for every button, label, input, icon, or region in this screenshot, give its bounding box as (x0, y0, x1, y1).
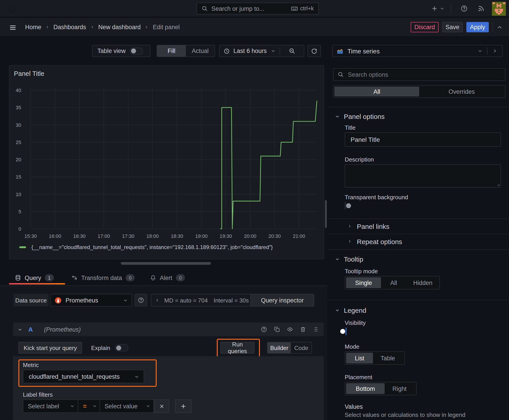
legend-placement-bottom[interactable]: Bottom (346, 383, 385, 394)
description-textarea[interactable] (345, 164, 501, 188)
query-help-icon[interactable] (261, 326, 267, 332)
zoom-out-button[interactable] (280, 45, 304, 57)
active-tab-underline (9, 283, 65, 285)
y-tick-label: 5 (18, 209, 21, 215)
search-options-input[interactable]: Search options (333, 68, 505, 81)
run-queries-button[interactable]: Run queries (220, 342, 255, 354)
discard-button[interactable]: Discard (411, 22, 439, 32)
panel-title-input[interactable]: Panel Title (345, 132, 501, 147)
tooltip-mode-hidden[interactable]: Hidden (406, 277, 440, 288)
chevron-down-icon (440, 6, 444, 11)
panel-title[interactable]: Panel Title (14, 70, 44, 77)
refresh-button[interactable] (307, 45, 321, 57)
section-panel-links[interactable]: Panel links (347, 222, 389, 230)
discard-label: Discard (414, 24, 435, 30)
breadcrumb-home[interactable]: Home (25, 24, 41, 30)
hamburger-menu-icon[interactable] (9, 24, 17, 31)
chevron-right-icon (45, 25, 49, 29)
duplicate-query-icon[interactable] (274, 326, 280, 332)
table-view-toggle[interactable] (130, 47, 143, 54)
time-range-picker[interactable]: Last 6 hours (233, 48, 267, 54)
drag-handle-icon[interactable] (313, 326, 319, 332)
datasource-picker[interactable]: Prometheus (50, 294, 132, 307)
actual-label: Actual (192, 48, 208, 54)
chevron-right-icon (347, 224, 352, 228)
breadcrumb-new-dashboard[interactable]: New dashboard (98, 24, 141, 30)
transparent-background-toggle[interactable] (345, 202, 346, 210)
section-panel-options[interactable]: Panel options (335, 112, 385, 120)
actual-option[interactable]: Actual (186, 45, 214, 57)
section-repeat-options[interactable]: Repeat options (347, 237, 402, 246)
time-range-group: Last 6 hours (219, 45, 304, 57)
divider (328, 234, 509, 234)
visualization-picker[interactable]: Time series (332, 45, 503, 57)
query-inspector-button[interactable]: Query inspector (251, 294, 314, 307)
legend-placement-right[interactable]: Right (385, 383, 414, 394)
panel-resize-handle[interactable] (121, 262, 211, 265)
transform-icon (71, 275, 78, 281)
tab-all[interactable]: All (334, 87, 419, 97)
builder-code-switch: Builder Code (267, 342, 312, 354)
grafana-edit-panel-page: Search or jump to... ctrl+k Home Dashboa… (0, 0, 509, 420)
apply-button[interactable]: Apply (466, 22, 489, 32)
tab-transform-data[interactable]: Transform data 0 (71, 272, 135, 284)
metric-select[interactable]: cloudflared_tunnel_total_requests (23, 370, 144, 383)
global-search-input[interactable]: Search or jump to... ctrl+k (197, 3, 319, 14)
x-tick-label: 15:30 (24, 233, 37, 239)
code-option[interactable]: Code (291, 342, 311, 353)
tab-overrides-label: Overrides (448, 88, 475, 95)
query-row-header[interactable]: A (Prometheus) (13, 323, 324, 336)
main-scrollbar[interactable] (325, 200, 327, 228)
kick-start-query-button[interactable]: Kick start your query (18, 342, 82, 354)
tab-overrides[interactable]: Overrides (419, 87, 504, 97)
breadcrumb: Home Dashboards New dashboard Edit panel (25, 18, 180, 36)
fill-option[interactable]: Fill (157, 45, 186, 57)
delete-query-icon[interactable] (300, 326, 306, 332)
tooltip-mode-single[interactable]: Single (346, 277, 381, 288)
time-series-viz-icon (337, 48, 343, 54)
help-button[interactable] (461, 5, 468, 12)
chevron-right-icon (145, 25, 149, 29)
x-tick-label: 17:30 (122, 233, 134, 239)
datasource-help-button[interactable] (135, 294, 147, 307)
explain-toggle[interactable] (115, 344, 128, 351)
panel-links-title: Panel links (357, 222, 389, 230)
tab-all-label: All (373, 88, 380, 95)
section-legend[interactable]: Legend (335, 306, 366, 314)
add-menu-button[interactable] (431, 5, 444, 12)
builder-option[interactable]: Builder (267, 342, 291, 353)
grafana-logo-icon[interactable] (6, 3, 17, 14)
add-filter-button[interactable] (175, 399, 192, 413)
select-value-dropdown[interactable]: Select value (100, 399, 154, 413)
avatar[interactable] (492, 2, 506, 16)
legend-title: Legend (344, 306, 366, 314)
divider (328, 249, 509, 250)
news-feed-button[interactable] (478, 5, 485, 12)
legend-visibility-toggle[interactable] (346, 328, 347, 335)
select-label-dropdown[interactable]: Select label (23, 399, 78, 413)
remove-filter-button[interactable] (154, 399, 169, 413)
save-button[interactable]: Save (442, 22, 463, 32)
tab-query[interactable]: Query 1 (15, 272, 54, 284)
keyboard-icon (291, 5, 298, 12)
query-options-collapsed[interactable]: MD = auto = 704 Interval = 30s (151, 294, 251, 307)
chevron-down-icon[interactable] (17, 327, 23, 332)
legend-mode-list[interactable]: List (346, 353, 373, 363)
toggle-visibility-icon[interactable] (287, 326, 293, 332)
breadcrumb-dashboards[interactable]: Dashboards (53, 24, 86, 30)
collapse-pane-button[interactable] (496, 24, 503, 30)
time-series-chart[interactable]: 15:3016:0016:3017:0017:3018:0018:3019:00… (9, 85, 325, 245)
operator-dropdown[interactable]: = (78, 399, 100, 413)
tab-alert[interactable]: Alert 0 (150, 272, 185, 284)
tooltip-mode-all[interactable]: All (381, 277, 406, 288)
collapse-options-button[interactable] (487, 45, 502, 57)
chart-legend[interactable]: {__name__="cloudflared_tunnel_total_requ… (19, 244, 273, 250)
y-tick-label: 40 (16, 88, 21, 93)
resize-handle-icon[interactable] (495, 181, 500, 187)
legend-series-label[interactable]: {__name__="cloudflared_tunnel_total_requ… (31, 244, 273, 250)
chevron-down-icon (271, 48, 276, 53)
section-tooltip[interactable]: Tooltip (335, 255, 363, 263)
options-tabs: All Overrides (333, 85, 505, 98)
y-tick-label: 10 (16, 192, 21, 197)
legend-mode-table[interactable]: Table (373, 353, 403, 363)
